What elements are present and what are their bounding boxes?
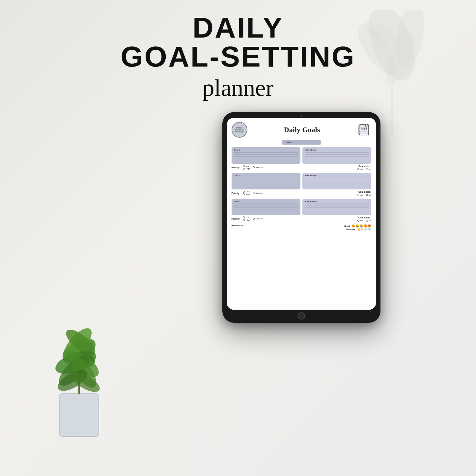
high-label-2: High (246, 193, 250, 195)
planner-title: Daily Goals (247, 126, 357, 134)
high-label-1: High (246, 168, 250, 170)
radio-yes-3 (357, 220, 359, 222)
radio-high-2 (243, 193, 245, 195)
radio-low-1 (243, 165, 245, 167)
yes-label-3: Yes (360, 220, 363, 222)
medium-label-3: Medium (256, 218, 263, 220)
mood-icons: 😊😐😢😡😍 (351, 224, 371, 228)
goal-label-2: Goal 1: (234, 175, 298, 177)
priority-label-2: Priority: (232, 192, 240, 194)
priority-label-3: Priority: (232, 218, 240, 220)
completed-label-1: Completed: (357, 165, 371, 167)
low-label-3: Low (246, 216, 249, 218)
reflections-label: Reflections: (232, 224, 245, 227)
radio-medium-3 (253, 218, 255, 220)
title-goal-setting: GOAL-SETTING (0, 42, 476, 71)
svg-rect-22 (359, 125, 360, 134)
title-planner: planner (0, 74, 476, 102)
radio-medium-1 (253, 166, 255, 168)
radio-no-3 (366, 220, 368, 222)
tablet: Charlotte Networking Knowledge Daily Goa… (222, 112, 380, 323)
action-label-2: Action Steps: (305, 175, 369, 177)
medium-label-2: Medium (256, 192, 263, 194)
radio-low-2 (243, 191, 245, 193)
goal-row-1: Goal 1: Action Steps: (232, 147, 371, 164)
priority-complete-3: Priority: Low High Medium Completed: (232, 216, 371, 222)
svg-rect-9 (59, 394, 99, 436)
goal-row-3: Goal 1: Action Steps: (232, 199, 371, 215)
high-label-3: High (246, 219, 250, 221)
radio-medium-2 (253, 192, 255, 194)
plant-decoration (26, 285, 132, 443)
radio-no-2 (366, 194, 368, 196)
radio-no-1 (366, 168, 368, 170)
radio-yes-1 (357, 168, 359, 170)
mood-weather-group: Mood: 😊😐😢😡😍 Weather: ☀️🌤️🌧️❄️ (344, 224, 371, 231)
no-label-2: No (369, 194, 371, 196)
planner-content: Charlotte Networking Knowledge Daily Goa… (227, 118, 376, 310)
radio-high-1 (243, 168, 245, 170)
goal-label-1: Goal 1: (234, 149, 298, 151)
goal-box-2: Goal 1: (232, 173, 300, 189)
completed-label-2: Completed: (357, 191, 371, 193)
tablet-camera (300, 115, 302, 117)
completed-section-3: Completed: Yes No (357, 216, 371, 222)
action-label-3: Action Steps: (305, 200, 369, 202)
title-area: DAILY GOAL-SETTING planner (0, 13, 476, 102)
brand-text: Charlotte Networking Knowledge (235, 127, 243, 133)
completed-label-3: Completed: (357, 216, 371, 219)
mood-label: Mood: (344, 225, 351, 227)
weather-label: Weather: (346, 228, 356, 231)
goal-section-3: Goal 1: Action Steps: Priority: Low (232, 199, 371, 222)
radio-high-3 (243, 219, 245, 221)
no-label-1: No (369, 168, 371, 170)
no-label-3: No (369, 220, 371, 222)
goal-box-1: Goal 1: (232, 147, 300, 164)
medium-label-1: Medium (256, 166, 263, 168)
low-label-2: Low (246, 191, 249, 193)
goal-label-3: Goal 1: (234, 200, 298, 202)
date-bar: DATE: (282, 140, 321, 145)
priority-complete-1: Priority: Low High Medium Completed: (232, 165, 371, 170)
notebook-icon (357, 123, 371, 137)
weather-icons: ☀️🌤️🌧️❄️ (357, 228, 371, 231)
action-label-1: Action Steps: (305, 149, 369, 151)
goal-box-3: Goal 1: (232, 199, 300, 215)
tablet-home-button (298, 312, 305, 320)
goal-section-2: Goal 1: Action Steps: Priority: Low (232, 173, 371, 196)
action-box-3: Action Steps: (302, 199, 371, 215)
priority-complete-2: Priority: Low High Medium Completed: (232, 191, 371, 196)
title-daily: DAILY (0, 13, 476, 42)
priority-label-1: Priority: (232, 166, 240, 169)
radio-yes-2 (357, 194, 359, 196)
completed-section-2: Completed: Yes No (357, 191, 371, 196)
action-box-1: Action Steps: (302, 147, 371, 164)
reflections-mood-row: Reflections: Mood: 😊😐😢😡😍 Weather: ☀️🌤️🌧️… (232, 224, 371, 231)
tablet-screen: Charlotte Networking Knowledge Daily Goa… (227, 118, 376, 310)
low-label-1: Low (246, 165, 249, 167)
brand-circle: Charlotte Networking Knowledge (232, 122, 247, 138)
goal-row-2: Goal 1: Action Steps: (232, 173, 371, 189)
yes-label-1: Yes (360, 168, 363, 170)
completed-section-1: Completed: Yes No (357, 165, 371, 170)
radio-low-3 (243, 216, 245, 218)
action-box-2: Action Steps: (302, 173, 371, 189)
tablet-body: Charlotte Networking Knowledge Daily Goa… (222, 112, 380, 323)
goal-section-1: Goal 1: Action Steps: Priority: Low (232, 147, 371, 170)
planner-header: Charlotte Networking Knowledge Daily Goa… (232, 122, 371, 138)
weather-group: Weather: ☀️🌤️🌧️❄️ (344, 228, 371, 231)
yes-label-2: Yes (360, 194, 363, 196)
mood-group: Mood: 😊😐😢😡😍 (344, 224, 371, 228)
